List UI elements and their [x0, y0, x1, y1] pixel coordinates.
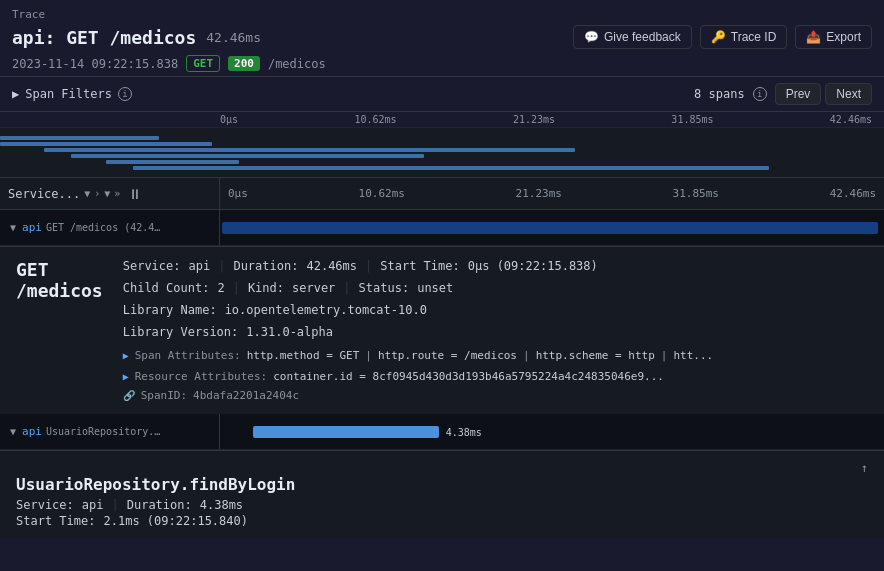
export-label: Export	[826, 30, 861, 44]
title-left: api: GET /medicos 42.46ms	[12, 27, 261, 48]
trace-id-button[interactable]: 🔑 Trace ID	[700, 25, 788, 49]
up-arrow-button[interactable]: ↑	[861, 461, 868, 475]
next-button[interactable]: Next	[825, 83, 872, 105]
timestamp: 2023-11-14 09:22:15.838	[12, 57, 178, 71]
kind-val: server	[292, 281, 335, 295]
header: Trace api: GET /medicos 42.46ms 💬 Give f…	[0, 0, 884, 77]
ruler-mark-4: 42.46ms	[830, 114, 872, 125]
span-attrs-row: ▶ Span Attributes: http.method = GET | h…	[123, 347, 868, 364]
detail-title-route: /medicos	[16, 280, 103, 301]
mini-bar-4	[71, 154, 425, 158]
row-timeline-0	[220, 210, 884, 245]
detail-meta-row2: Child Count: 2 | Kind: server | Status: …	[123, 281, 868, 295]
status-label: Status:	[359, 281, 410, 295]
export-button[interactable]: 📤 Export	[795, 25, 872, 49]
detail-main-title: GET /medicos	[16, 259, 103, 301]
export-icon: 📤	[806, 30, 821, 44]
span-id-label: SpanID:	[141, 389, 187, 402]
spans-info: 8 spans i Prev Next	[694, 83, 872, 105]
bottom-service-val: api	[82, 498, 104, 512]
span-name-1: UsuarioRepository.fin	[46, 426, 166, 437]
title-actions: 💬 Give feedback 🔑 Trace ID 📤 Export	[573, 25, 872, 49]
nav-buttons: Prev Next	[775, 83, 872, 105]
span-name-0: GET /medicos (42.46ms)	[46, 222, 166, 233]
bottom-detail-panel: ↑ UsuarioRepository.findByLogin Service:…	[0, 450, 884, 538]
filter-row: ▶ Span Filters i 8 spans i Prev Next	[0, 77, 884, 112]
bottom-start-label: Start Time:	[16, 514, 95, 528]
filter-arrow-icon: ▶	[12, 87, 19, 101]
service-name-1: api	[22, 425, 42, 438]
table-row: ▼ api UsuarioRepository.fin 4.38ms	[0, 414, 884, 450]
service-name-0: api	[22, 221, 42, 234]
library-name-label: Library Name:	[123, 303, 217, 317]
resource-attrs-expand-icon[interactable]: ▶	[123, 371, 129, 382]
library-name-val: io.opentelemetry.tomcat-10.0	[225, 303, 427, 317]
detail-title-get: GET	[16, 259, 49, 280]
span-filters-label: Span Filters	[25, 87, 112, 101]
service-col-label: Service...	[8, 187, 80, 201]
ruler-mark-1: 10.62ms	[354, 114, 396, 125]
col-double-right-icon[interactable]: »	[114, 188, 120, 199]
bottom-meta: Service: api | Duration: 4.38ms	[16, 498, 868, 512]
trace-id-label: Trace ID	[731, 30, 777, 44]
expand-icon-1[interactable]: ▼	[8, 424, 18, 439]
trace-id-icon: 🔑	[711, 30, 726, 44]
http-scheme-attr: http.scheme = http	[536, 349, 655, 362]
tl-mark-4: 42.46ms	[830, 187, 876, 200]
col-chevron-right-icon[interactable]: ›	[94, 188, 100, 199]
timeline-ruler: 0µs 10.62ms 21.23ms 31.85ms 42.46ms	[0, 112, 884, 128]
pause-button[interactable]: ⏸	[124, 186, 146, 202]
mini-bar-6	[133, 166, 769, 170]
span-id-val: 4bdafa2201a2404c	[193, 389, 299, 402]
bottom-duration-label: Duration:	[127, 498, 192, 512]
mini-bar-5	[106, 160, 239, 164]
timeline-col-header: 0µs 10.62ms 21.23ms 31.85ms 42.46ms	[220, 178, 884, 209]
span-attrs-expand-icon[interactable]: ▶	[123, 350, 129, 361]
trace-rows: ▼ api GET /medicos (42.46ms) GET /medico…	[0, 210, 884, 538]
bottom-service-label: Service:	[16, 498, 74, 512]
ruler-mark-3: 31.85ms	[671, 114, 713, 125]
give-feedback-button[interactable]: 💬 Give feedback	[573, 25, 692, 49]
duration-badge: 42.46ms	[206, 30, 261, 45]
span-filters[interactable]: ▶ Span Filters i	[12, 87, 132, 101]
mini-bar-2	[0, 142, 212, 146]
ruler-mark-2: 21.23ms	[513, 114, 555, 125]
detail-meta-row3: Library Name: io.opentelemetry.tomcat-10…	[123, 303, 868, 317]
http-route-attr: http.route = /medicos	[378, 349, 517, 362]
duration-val: 42.46ms	[306, 259, 357, 273]
expand-icon-0[interactable]: ▼	[8, 220, 18, 235]
detail-panel-main: GET /medicos Service: api | Duration: 42…	[0, 246, 884, 414]
library-version-label: Library Version:	[123, 325, 239, 339]
feedback-icon: 💬	[584, 30, 599, 44]
container-id-attr: container.id = 8cf0945d430d3d193b46a5795…	[273, 370, 664, 383]
sort-chevron-icon[interactable]: ▼	[84, 188, 90, 199]
col-chevron-down-icon[interactable]: ▼	[104, 188, 110, 199]
row-timeline-1: 4.38ms	[220, 414, 884, 449]
span-bar-label-1: 4.38ms	[446, 426, 482, 437]
child-count-val: 2	[217, 281, 224, 295]
detail-meta-block: Service: api | Duration: 42.46ms | Start…	[123, 259, 868, 402]
bottom-meta-2: Start Time: 2.1ms (09:22:15.840)	[16, 514, 868, 528]
prev-button[interactable]: Prev	[775, 83, 822, 105]
row-service-col-0[interactable]: ▼ api GET /medicos (42.46ms)	[0, 210, 220, 245]
service-val: api	[189, 259, 211, 273]
tl-mark-2: 21.23ms	[516, 187, 562, 200]
tl-mark-0: 0µs	[228, 187, 248, 200]
title-row: api: GET /medicos 42.46ms 💬 Give feedbac…	[12, 25, 872, 49]
ruler-mark-0: 0µs	[220, 114, 238, 125]
library-version-val: 1.31.0-alpha	[246, 325, 333, 339]
mini-bar-3	[44, 148, 574, 152]
mini-bar-1	[0, 136, 159, 140]
service-label: Service:	[123, 259, 181, 273]
bottom-detail-title: UsuarioRepository.findByLogin	[16, 475, 868, 494]
service-col-header: Service... ▼ › ▼ » ⏸	[0, 178, 220, 209]
trace-label: Trace	[12, 8, 872, 21]
api-title: api: GET /medicos	[12, 27, 196, 48]
http-method-attr: http.method = GET	[247, 349, 360, 362]
give-feedback-label: Give feedback	[604, 30, 681, 44]
route: /medicos	[268, 57, 326, 71]
span-bar-0	[222, 222, 878, 234]
detail-title-block: GET /medicos	[16, 259, 103, 402]
row-service-col-1[interactable]: ▼ api UsuarioRepository.fin	[0, 414, 220, 449]
resource-attrs-label: Resource Attributes:	[135, 370, 267, 383]
